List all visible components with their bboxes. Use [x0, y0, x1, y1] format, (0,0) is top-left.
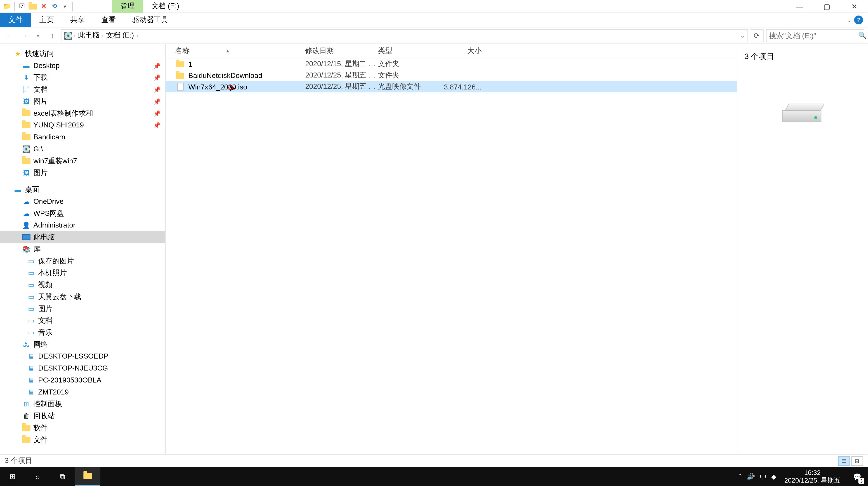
pin-icon: 📌: [153, 62, 160, 69]
start-button[interactable]: ⊞: [0, 467, 25, 486]
nav-library-item[interactable]: ▭文档: [0, 315, 165, 326]
nav-quick-item[interactable]: excel表格制作求和📌: [0, 107, 165, 119]
maximize-button[interactable]: ▢: [813, 0, 840, 13]
nav-quick-item[interactable]: YUNQISHI2019📌: [0, 119, 165, 131]
column-type[interactable]: 类型: [378, 46, 439, 56]
star-icon: ★: [13, 49, 23, 58]
nav-library-item[interactable]: ▭视频: [0, 279, 165, 291]
task-view-button[interactable]: ⧉: [50, 467, 75, 486]
file-row[interactable]: BaiduNetdiskDownload 2020/12/25, 星期五 1..…: [166, 70, 737, 81]
refresh-button[interactable]: ⟳: [750, 29, 764, 42]
nav-quick-item[interactable]: 🖼图片: [0, 167, 165, 179]
tab-file[interactable]: 文件: [0, 13, 31, 27]
nav-up-button[interactable]: ↑: [46, 30, 59, 41]
nav-forward-button[interactable]: →: [18, 30, 30, 41]
file-row[interactable]: Win7x64_2020.iso 2020/12/25, 星期五 1... 光盘…: [166, 81, 737, 92]
ime-indicator[interactable]: 中: [760, 472, 767, 481]
qat-undo-icon[interactable]: ⟲: [50, 2, 59, 11]
chevron-right-icon[interactable]: ›: [136, 33, 138, 38]
nav-quick-access[interactable]: ★快速访问: [0, 48, 165, 60]
nav-folder[interactable]: 软件: [0, 422, 165, 434]
breadcrumb-segment[interactable]: 此电脑: [77, 30, 101, 40]
nav-quick-item[interactable]: win7重装win7: [0, 155, 165, 167]
breadcrumb-segment[interactable]: 文档 (E:): [105, 30, 135, 40]
taskbar-explorer-button[interactable]: [75, 467, 100, 486]
search-input[interactable]: [769, 31, 859, 39]
system-tray: ˄ 🔊 中 ◆ 16:32 2020/12/25, 星期五 💬3: [739, 468, 868, 485]
column-name[interactable]: 名称▲: [175, 46, 305, 56]
view-details-button[interactable]: ☰: [838, 456, 850, 466]
folder-icon: ▭: [26, 292, 36, 301]
nav-quick-item[interactable]: 🖼图片📌: [0, 95, 165, 107]
folder-icon: [22, 156, 31, 166]
control-panel-icon: ⊞: [22, 399, 31, 409]
folder-icon: [22, 423, 31, 432]
video-icon: ▭: [26, 280, 36, 289]
nav-quick-item[interactable]: 💽G:\: [0, 143, 165, 155]
qat-delete-icon[interactable]: ✕: [39, 2, 48, 11]
nav-library-item[interactable]: ▭保存的图片: [0, 255, 165, 267]
qat-newfolder-icon[interactable]: [28, 2, 37, 11]
nav-library-item[interactable]: ▭音乐: [0, 326, 165, 338]
qat-dropdown-icon[interactable]: ▾: [60, 2, 70, 11]
qat-properties-icon[interactable]: ☑: [17, 2, 27, 11]
taskbar-search-button[interactable]: ⌕: [25, 467, 50, 486]
help-icon[interactable]: ?: [854, 15, 863, 25]
breadcrumb[interactable]: 💽 › 此电脑 › 文档 (E:) › ⌄: [61, 29, 748, 42]
status-text: 3 个项目: [5, 456, 32, 466]
file-row[interactable]: 1 2020/12/15, 星期二 1... 文件夹: [166, 58, 737, 70]
nav-recycle-bin[interactable]: 🗑回收站: [0, 410, 165, 422]
cloud-icon: ☁: [22, 208, 31, 218]
nav-recent-dropdown[interactable]: ▾: [32, 30, 44, 41]
nav-network-pc[interactable]: 🖥DESKTOP-LSSOEDP: [0, 350, 165, 362]
tab-drive-tools[interactable]: 驱动器工具: [124, 13, 176, 27]
folder-icon: [22, 121, 31, 130]
tray-overflow-icon[interactable]: ˄: [739, 473, 742, 480]
nav-network-pc[interactable]: 🖥PC-20190530OBLA: [0, 374, 165, 386]
folder-icon: [175, 70, 185, 80]
nav-quick-item[interactable]: 📄文档📌: [0, 84, 165, 95]
pin-icon: 📌: [153, 122, 160, 128]
nav-quick-item[interactable]: ▬Desktop📌: [0, 60, 165, 72]
nav-network-pc[interactable]: 🖥ZMT2019: [0, 386, 165, 398]
tray-app-icon[interactable]: ◆: [771, 473, 776, 480]
nav-wps[interactable]: ☁WPS网盘: [0, 207, 165, 219]
nav-folder[interactable]: 文件: [0, 434, 165, 446]
volume-icon[interactable]: 🔊: [747, 473, 755, 480]
view-icons-button[interactable]: ⊞: [851, 456, 863, 466]
nav-user[interactable]: 👤Administrator: [0, 219, 165, 231]
picture-icon: ▭: [26, 268, 36, 278]
action-center-button[interactable]: 💬3: [849, 468, 866, 485]
folder-icon: [22, 132, 31, 142]
folder-icon: [22, 108, 31, 118]
breadcrumb-dropdown-icon[interactable]: ⌄: [740, 33, 745, 38]
chevron-right-icon[interactable]: ›: [102, 33, 104, 38]
music-icon: ▭: [26, 328, 36, 337]
nav-quick-item[interactable]: Bandicam: [0, 131, 165, 143]
nav-quick-item[interactable]: ⬇下载📌: [0, 71, 165, 84]
nav-control-panel[interactable]: ⊞控制面板: [0, 398, 165, 410]
search-box[interactable]: 🔍: [766, 29, 864, 42]
close-button[interactable]: ✕: [840, 0, 868, 13]
column-date[interactable]: 修改日期: [305, 46, 378, 56]
nav-network[interactable]: 🖧网络: [0, 338, 165, 350]
nav-onedrive[interactable]: ☁OneDrive: [0, 195, 165, 207]
ribbon-collapse-icon[interactable]: ⌄: [847, 17, 852, 23]
nav-network-pc[interactable]: 🖥DESKTOP-NJEU3CG: [0, 362, 165, 374]
taskbar-clock[interactable]: 16:32 2020/12/25, 星期五: [781, 469, 844, 485]
contextual-tab-manage[interactable]: 管理: [112, 0, 143, 13]
minimize-button[interactable]: —: [786, 0, 813, 13]
tab-view[interactable]: 查看: [93, 13, 124, 27]
tab-home[interactable]: 主页: [31, 13, 62, 27]
nav-this-pc[interactable]: 此电脑: [0, 231, 165, 243]
nav-library-item[interactable]: ▭图片: [0, 303, 165, 315]
chevron-right-icon[interactable]: ›: [74, 33, 76, 38]
nav-back-button[interactable]: ←: [4, 30, 16, 41]
nav-library-item[interactable]: ▭天翼云盘下载: [0, 291, 165, 303]
search-icon[interactable]: 🔍: [858, 32, 867, 39]
tab-share[interactable]: 共享: [62, 13, 93, 27]
nav-desktop[interactable]: ▬桌面: [0, 184, 165, 195]
nav-libraries[interactable]: 📚库: [0, 243, 165, 255]
column-size[interactable]: 大小: [439, 46, 482, 56]
nav-library-item[interactable]: ▭本机照片: [0, 267, 165, 279]
